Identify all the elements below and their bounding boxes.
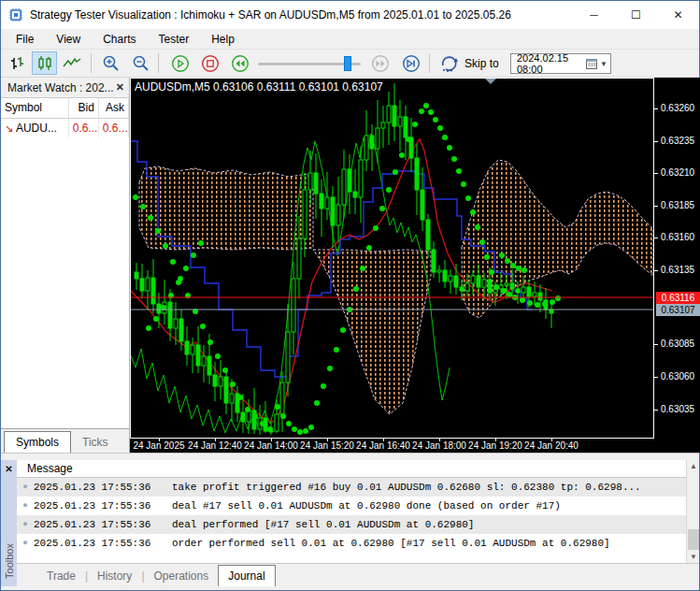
- candle-body: [191, 345, 194, 354]
- journal-row[interactable]: ●2025.01.23 17:55:36deal #17 sell 0.01 A…: [17, 497, 699, 515]
- skip-to-label: Skip to: [464, 57, 499, 70]
- sar-dot: [237, 395, 243, 400]
- candle-body: [353, 192, 357, 197]
- sar-dot: [230, 382, 236, 387]
- time-axis[interactable]: 24 Jan 202524 Jan 12:4024 Jan 14:0024 Ja…: [130, 439, 700, 453]
- panel-splitter[interactable]: [1, 453, 699, 460]
- price-tick: [654, 108, 658, 109]
- menu-file[interactable]: File: [5, 31, 45, 48]
- candle-body: [449, 276, 452, 281]
- column-header-bid[interactable]: Bid: [68, 98, 98, 118]
- candle-body: [286, 332, 290, 382]
- tab-trade[interactable]: Trade: [37, 566, 85, 586]
- sar-dot: [308, 425, 314, 430]
- journal-panel: Message ●2025.01.23 17:55:36take profit …: [17, 460, 699, 586]
- bar-chart-button[interactable]: [5, 51, 30, 75]
- journal-row[interactable]: ●2025.01.23 17:55:36order performed sell…: [17, 534, 699, 553]
- sar-dot: [314, 400, 320, 406]
- market-watch-close-icon[interactable]: ✕: [116, 81, 124, 94]
- sar-dot: [510, 263, 516, 268]
- ask-cell: 0.6...: [98, 118, 128, 137]
- column-header-symbol[interactable]: Symbol: [1, 98, 68, 118]
- toolbox-label: Toolbox: [4, 543, 15, 579]
- sar-dot: [499, 252, 505, 258]
- speed-slider[interactable]: [258, 63, 361, 65]
- sar-dot: [280, 413, 286, 419]
- candle-body: [398, 117, 402, 126]
- skip-to-icon: [439, 54, 460, 73]
- tab-journal[interactable]: Journal: [218, 565, 275, 586]
- journal-message: take profit triggered #16 buy 0.01 AUDUS…: [172, 482, 641, 493]
- zoom-in-button[interactable]: [98, 51, 123, 75]
- journal-row[interactable]: ●2025.01.23 17:55:36deal performed [#17 …: [17, 515, 699, 534]
- rewind-button[interactable]: [227, 51, 252, 75]
- candle-body: [376, 128, 379, 149]
- chart-plot[interactable]: AUDUSDm,M5 0.63106 0.63111 0.63101 0.631…: [130, 78, 654, 439]
- sar-dot: [163, 243, 168, 249]
- sar-dot: [140, 204, 146, 209]
- skip-to-end-button[interactable]: [398, 51, 423, 75]
- price-label: 0.63210: [661, 167, 694, 178]
- menu-tester[interactable]: Tester: [147, 31, 200, 48]
- tab-operations[interactable]: Operations: [145, 566, 219, 586]
- toolbox-close-icon[interactable]: ✕: [5, 464, 12, 474]
- journal-rows: ●2025.01.23 17:55:36take profit triggere…: [17, 478, 699, 563]
- zoom-out-button[interactable]: [128, 51, 153, 75]
- sar-dot: [386, 187, 392, 193]
- scroll-up-icon[interactable]: ▲: [687, 460, 700, 472]
- sar-dot: [379, 206, 385, 211]
- candle-chart-button[interactable]: [32, 51, 57, 75]
- line-chart-button[interactable]: [59, 51, 84, 75]
- sar-dot: [521, 267, 527, 273]
- candle-body: [252, 411, 256, 429]
- sar-dot: [215, 353, 221, 359]
- tab-symbols[interactable]: Symbols: [4, 431, 71, 453]
- sar-dot: [366, 245, 372, 251]
- price-axis[interactable]: 0.63116 0.63107 0.632600.632350.632100.6…: [654, 78, 700, 439]
- skip-to-date-input[interactable]: 2024.02.15 08:00 ▼: [510, 53, 611, 74]
- menu-help[interactable]: Help: [200, 31, 246, 48]
- menu-view[interactable]: View: [45, 31, 92, 48]
- column-header-ask[interactable]: Ask: [98, 98, 128, 118]
- stop-button[interactable]: [197, 51, 222, 75]
- date-dropdown-arrow[interactable]: ▼: [600, 60, 607, 68]
- sar-dot: [406, 137, 411, 142]
- sar-dot: [191, 252, 196, 258]
- sar-dot: [292, 426, 297, 432]
- sar-dot: [321, 383, 326, 389]
- time-label: 24 Jan 2025: [128, 440, 190, 451]
- candle-body: [185, 341, 189, 354]
- candle-body: [527, 287, 531, 296]
- toolbox-panel: ✕ Toolbox Message ●2025.01.23 17:55:36ta…: [1, 460, 699, 586]
- price-tick: [654, 270, 658, 271]
- journal-bullet-icon: ●: [17, 539, 34, 548]
- tab-history[interactable]: History: [88, 566, 141, 586]
- market-watch-table: SymbolBidAsk ↘ AUDU...0.6...0.6...: [1, 98, 129, 137]
- candle-body: [151, 278, 155, 304]
- symbol-cell[interactable]: ↘ AUDU...: [1, 118, 68, 137]
- journal-time: 2025.01.23 17:55:36: [34, 538, 172, 549]
- maximize-button[interactable]: ☐: [615, 1, 657, 29]
- journal-time: 2025.01.23 17:55:36: [34, 500, 172, 512]
- journal-scrollbar[interactable]: ▲ ▼: [686, 460, 699, 563]
- close-button[interactable]: ✕: [657, 1, 699, 29]
- minimize-button[interactable]: ─: [573, 1, 615, 29]
- sar-dot: [153, 316, 159, 322]
- scrollbar-thumb[interactable]: [688, 529, 699, 550]
- scroll-down-icon[interactable]: ▼: [687, 551, 700, 563]
- sar-dot: [475, 224, 480, 230]
- candle-body: [230, 394, 234, 403]
- price-label: 0.63185: [661, 200, 694, 210]
- play-button[interactable]: [167, 51, 193, 75]
- main-area: Market Watch : 202... ✕ SymbolBidAsk ↘ A…: [1, 78, 699, 453]
- journal-row[interactable]: ●2025.01.23 17:55:36take profit triggere…: [17, 478, 699, 497]
- sar-dot: [146, 325, 151, 331]
- candle-body: [550, 310, 553, 313]
- menu-charts[interactable]: Charts: [92, 31, 147, 48]
- tab-ticks[interactable]: Ticks: [71, 432, 120, 453]
- speed-slider-handle[interactable]: [344, 56, 351, 71]
- market-watch-symbol-row[interactable]: ↘ AUDU...0.6...0.6...: [1, 118, 129, 137]
- skip-to-button[interactable]: [436, 51, 462, 75]
- candle-body: [314, 173, 318, 194]
- price-tick: [654, 377, 658, 378]
